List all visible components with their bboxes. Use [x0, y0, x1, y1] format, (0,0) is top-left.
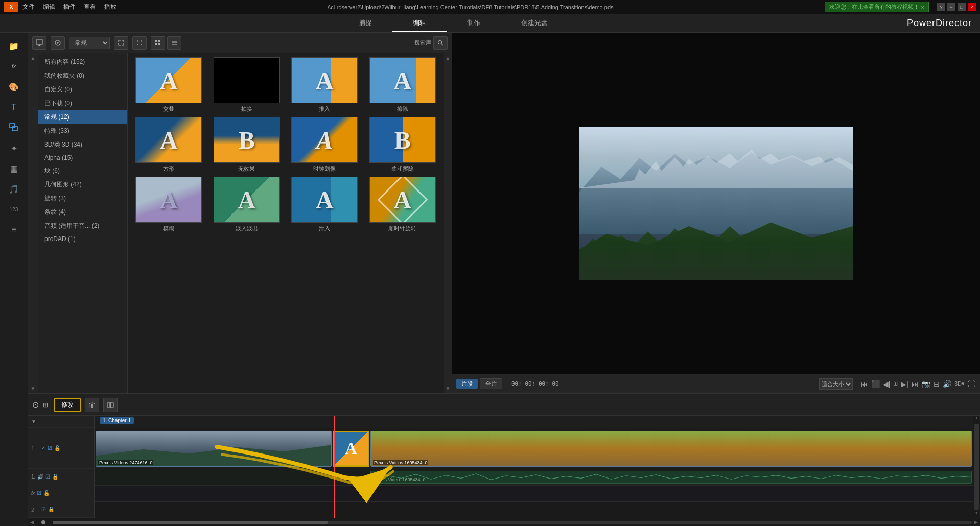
- menu-play[interactable]: 播放: [104, 3, 116, 11]
- slowmo-btn[interactable]: ⊞: [892, 380, 899, 387]
- vscroll-up[interactable]: ▲: [973, 416, 980, 423]
- fullscreen-btn[interactable]: ⛶: [967, 380, 976, 388]
- volume-btn[interactable]: 🔊: [942, 380, 952, 388]
- sidebar-icon-chapter[interactable]: 123: [4, 200, 24, 219]
- download-btn[interactable]: [51, 36, 65, 50]
- category-prodad[interactable]: proDAD (1): [38, 233, 127, 245]
- close-btn[interactable]: ×: [968, 3, 976, 11]
- chapter-1-marker[interactable]: 1. Chapter 1: [100, 417, 134, 424]
- menu-view[interactable]: 查看: [84, 3, 96, 11]
- audio-1-lock[interactable]: 🔓: [52, 474, 58, 480]
- transition-on-timeline[interactable]: A: [333, 431, 369, 467]
- video-clip-2[interactable]: Pexels Videos 1605434_0: [370, 431, 972, 467]
- grid-scroll-up[interactable]: ▲: [446, 55, 451, 61]
- transition-wuxiaoguo[interactable]: B 无效果: [210, 117, 284, 173]
- transition-shizhong[interactable]: A 时钟划像: [288, 117, 362, 173]
- hscroll-thumb[interactable]: [53, 521, 329, 524]
- list-view-btn[interactable]: [167, 36, 181, 50]
- modify-btn[interactable]: 修改: [54, 398, 81, 412]
- transition-muca[interactable]: A 擦除: [366, 57, 440, 113]
- menu-plugin[interactable]: 插件: [63, 3, 76, 11]
- sidebar-icon-text[interactable]: T: [4, 98, 24, 116]
- fx-checkbox[interactable]: ☑: [37, 490, 41, 496]
- hscroll-track[interactable]: [53, 521, 972, 524]
- restore-btn[interactable]: □: [958, 3, 966, 11]
- tab-disc[interactable]: 创建光盘: [501, 15, 568, 32]
- category-3d[interactable]: 3D/类 3D (34): [38, 138, 127, 152]
- transition-fangxing[interactable]: A 方形: [132, 117, 206, 173]
- threed-btn[interactable]: 3D▾: [953, 380, 966, 387]
- sidebar-icon-particle[interactable]: ✦: [4, 139, 24, 157]
- grid-view-btn[interactable]: [151, 36, 165, 50]
- menu-file[interactable]: 文件: [22, 3, 35, 11]
- sidebar-icon-piptrans[interactable]: ▦: [4, 159, 24, 178]
- transition-tuiru[interactable]: A 推入: [288, 57, 362, 113]
- preview-full-btn[interactable]: 全片: [480, 378, 502, 389]
- close-notification-btn[interactable]: ×: [921, 4, 924, 10]
- track-1-checkbox[interactable]: ☑: [48, 445, 52, 451]
- collapse-btn[interactable]: [132, 36, 147, 50]
- track-2-lock[interactable]: 🔓: [48, 507, 54, 512]
- transition-rouhemuca[interactable]: B 柔和擦除: [366, 117, 440, 173]
- zoom-select[interactable]: 适合大小: [819, 378, 853, 390]
- category-favorites[interactable]: 我的收藏夹 (0): [38, 69, 127, 83]
- back-btn[interactable]: ◀|: [882, 380, 892, 388]
- help-btn[interactable]: ?: [937, 3, 945, 11]
- expand-btn[interactable]: [114, 36, 128, 50]
- snapshot-btn[interactable]: 📷: [921, 380, 931, 388]
- scroll-left-btn[interactable]: ◀: [30, 519, 34, 525]
- timeline-vscroll[interactable]: ▲ ▼: [973, 416, 980, 518]
- transition-huaru[interactable]: A 滑入: [288, 177, 362, 232]
- split-btn[interactable]: [103, 398, 118, 412]
- audio-clip[interactable]: Pexels Video. 1605434_0: [370, 471, 972, 484]
- delete-btn[interactable]: 🗑: [85, 398, 99, 412]
- timeline-menu-btn[interactable]: ⊙: [32, 400, 39, 410]
- fit-timeline-btn[interactable]: ⊞: [43, 401, 48, 409]
- transition-mohu[interactable]: A 模糊: [132, 177, 206, 232]
- category-special[interactable]: 特殊 (33): [38, 124, 127, 138]
- category-stripes[interactable]: 条纹 (4): [38, 205, 127, 219]
- grid-vscroll[interactable]: ▲ ▼: [444, 53, 452, 393]
- import-btn[interactable]: [32, 36, 46, 50]
- zoom-in-btn[interactable]: +: [48, 519, 51, 525]
- transition-dandchu[interactable]: A 淡入淡出: [210, 177, 284, 232]
- track-1-lock[interactable]: 🔓: [54, 445, 60, 451]
- video-clip-1[interactable]: Pexels Videos 2474616_0: [96, 431, 332, 467]
- category-rotate[interactable]: 旋转 (3): [38, 192, 127, 205]
- vscroll-down[interactable]: ▼: [973, 511, 980, 518]
- category-custom[interactable]: 自定义 (0): [38, 83, 127, 97]
- scroll-up-btn[interactable]: ▲: [31, 55, 36, 61]
- fx-lock[interactable]: 🔓: [43, 490, 50, 496]
- split-btn[interactable]: ⊟: [932, 380, 941, 388]
- tab-capture[interactable]: 捕捉: [338, 15, 392, 32]
- scroll-right-btn[interactable]: ▶: [974, 519, 978, 525]
- tab-edit[interactable]: 编辑: [392, 15, 447, 32]
- category-all[interactable]: 所有内容 (152): [38, 55, 127, 69]
- play-btn[interactable]: ▶|: [900, 380, 909, 388]
- sidebar-icon-color[interactable]: 🎨: [4, 78, 24, 96]
- transition-chouhuan[interactable]: 抽换: [210, 57, 284, 113]
- category-geo[interactable]: 几何图形 (42): [38, 178, 127, 192]
- minimize-btn[interactable]: −: [947, 3, 955, 11]
- scroll-down-btn[interactable]: ▼: [31, 386, 36, 391]
- tab-produce[interactable]: 制作: [447, 15, 501, 32]
- sidebar-icon-subtitle[interactable]: ≡: [4, 221, 24, 239]
- category-downloaded[interactable]: 已下载 (0): [38, 97, 127, 110]
- search-btn[interactable]: [433, 36, 448, 50]
- fast-fwd-btn[interactable]: ⏭: [911, 380, 920, 388]
- category-normal[interactable]: 常规 (12): [38, 110, 127, 124]
- sidebar-icon-overlay[interactable]: [4, 118, 24, 137]
- category-audio[interactable]: 音频 (适用于音... (2): [38, 219, 127, 233]
- audio-1-checkbox[interactable]: ☑: [45, 474, 50, 480]
- zoom-slider-handle[interactable]: [41, 520, 45, 524]
- prev-frame-btn[interactable]: ⏮: [860, 380, 869, 388]
- category-alpha[interactable]: Alpha (15): [38, 152, 127, 164]
- preview-segment-btn[interactable]: 片段: [456, 379, 478, 389]
- transition-shunzhen[interactable]: A 顺时针旋转: [366, 177, 440, 232]
- stop-btn[interactable]: ⬛: [870, 380, 881, 388]
- menu-edit[interactable]: 编辑: [43, 3, 55, 11]
- sidebar-icon-audio[interactable]: 🎵: [4, 180, 24, 198]
- zoom-out-btn[interactable]: −: [36, 519, 39, 525]
- vscroll-thumb[interactable]: [974, 424, 979, 510]
- category-block[interactable]: 块 (6): [38, 164, 127, 178]
